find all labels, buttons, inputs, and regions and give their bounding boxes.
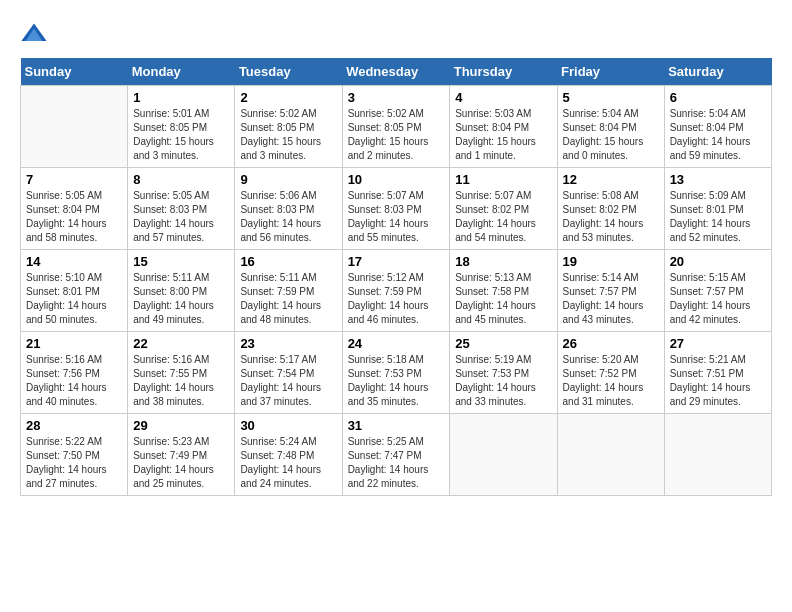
day-info: Sunrise: 5:03 AM Sunset: 8:04 PM Dayligh… — [455, 107, 551, 163]
day-number: 21 — [26, 336, 122, 351]
calendar-cell: 20Sunrise: 5:15 AM Sunset: 7:57 PM Dayli… — [664, 250, 771, 332]
day-info: Sunrise: 5:15 AM Sunset: 7:57 PM Dayligh… — [670, 271, 766, 327]
calendar-cell — [21, 86, 128, 168]
calendar-cell: 23Sunrise: 5:17 AM Sunset: 7:54 PM Dayli… — [235, 332, 342, 414]
calendar-cell: 2Sunrise: 5:02 AM Sunset: 8:05 PM Daylig… — [235, 86, 342, 168]
calendar-week-row: 7Sunrise: 5:05 AM Sunset: 8:04 PM Daylig… — [21, 168, 772, 250]
weekday-header-thursday: Thursday — [450, 58, 557, 86]
day-number: 4 — [455, 90, 551, 105]
day-number: 20 — [670, 254, 766, 269]
day-info: Sunrise: 5:18 AM Sunset: 7:53 PM Dayligh… — [348, 353, 445, 409]
day-info: Sunrise: 5:02 AM Sunset: 8:05 PM Dayligh… — [240, 107, 336, 163]
day-info: Sunrise: 5:19 AM Sunset: 7:53 PM Dayligh… — [455, 353, 551, 409]
day-number: 17 — [348, 254, 445, 269]
calendar-cell: 15Sunrise: 5:11 AM Sunset: 8:00 PM Dayli… — [128, 250, 235, 332]
day-info: Sunrise: 5:11 AM Sunset: 7:59 PM Dayligh… — [240, 271, 336, 327]
day-number: 1 — [133, 90, 229, 105]
calendar-cell: 19Sunrise: 5:14 AM Sunset: 7:57 PM Dayli… — [557, 250, 664, 332]
logo — [20, 20, 52, 48]
calendar-cell: 30Sunrise: 5:24 AM Sunset: 7:48 PM Dayli… — [235, 414, 342, 496]
day-number: 24 — [348, 336, 445, 351]
weekday-header-wednesday: Wednesday — [342, 58, 450, 86]
day-info: Sunrise: 5:02 AM Sunset: 8:05 PM Dayligh… — [348, 107, 445, 163]
day-info: Sunrise: 5:01 AM Sunset: 8:05 PM Dayligh… — [133, 107, 229, 163]
calendar-week-row: 1Sunrise: 5:01 AM Sunset: 8:05 PM Daylig… — [21, 86, 772, 168]
day-number: 18 — [455, 254, 551, 269]
day-info: Sunrise: 5:07 AM Sunset: 8:02 PM Dayligh… — [455, 189, 551, 245]
day-info: Sunrise: 5:16 AM Sunset: 7:55 PM Dayligh… — [133, 353, 229, 409]
day-number: 16 — [240, 254, 336, 269]
calendar-cell: 12Sunrise: 5:08 AM Sunset: 8:02 PM Dayli… — [557, 168, 664, 250]
day-info: Sunrise: 5:16 AM Sunset: 7:56 PM Dayligh… — [26, 353, 122, 409]
day-number: 29 — [133, 418, 229, 433]
calendar-cell: 24Sunrise: 5:18 AM Sunset: 7:53 PM Dayli… — [342, 332, 450, 414]
day-info: Sunrise: 5:04 AM Sunset: 8:04 PM Dayligh… — [670, 107, 766, 163]
day-info: Sunrise: 5:11 AM Sunset: 8:00 PM Dayligh… — [133, 271, 229, 327]
day-number: 10 — [348, 172, 445, 187]
calendar-cell: 9Sunrise: 5:06 AM Sunset: 8:03 PM Daylig… — [235, 168, 342, 250]
day-info: Sunrise: 5:09 AM Sunset: 8:01 PM Dayligh… — [670, 189, 766, 245]
day-info: Sunrise: 5:21 AM Sunset: 7:51 PM Dayligh… — [670, 353, 766, 409]
calendar-cell — [664, 414, 771, 496]
calendar-cell: 25Sunrise: 5:19 AM Sunset: 7:53 PM Dayli… — [450, 332, 557, 414]
day-info: Sunrise: 5:13 AM Sunset: 7:58 PM Dayligh… — [455, 271, 551, 327]
calendar-cell: 7Sunrise: 5:05 AM Sunset: 8:04 PM Daylig… — [21, 168, 128, 250]
day-info: Sunrise: 5:14 AM Sunset: 7:57 PM Dayligh… — [563, 271, 659, 327]
calendar-week-row: 28Sunrise: 5:22 AM Sunset: 7:50 PM Dayli… — [21, 414, 772, 496]
weekday-header-monday: Monday — [128, 58, 235, 86]
calendar-cell: 26Sunrise: 5:20 AM Sunset: 7:52 PM Dayli… — [557, 332, 664, 414]
calendar-cell: 3Sunrise: 5:02 AM Sunset: 8:05 PM Daylig… — [342, 86, 450, 168]
day-info: Sunrise: 5:25 AM Sunset: 7:47 PM Dayligh… — [348, 435, 445, 491]
calendar-cell: 18Sunrise: 5:13 AM Sunset: 7:58 PM Dayli… — [450, 250, 557, 332]
day-number: 6 — [670, 90, 766, 105]
day-info: Sunrise: 5:05 AM Sunset: 8:03 PM Dayligh… — [133, 189, 229, 245]
day-number: 25 — [455, 336, 551, 351]
calendar-cell: 27Sunrise: 5:21 AM Sunset: 7:51 PM Dayli… — [664, 332, 771, 414]
calendar-cell: 13Sunrise: 5:09 AM Sunset: 8:01 PM Dayli… — [664, 168, 771, 250]
calendar-cell: 4Sunrise: 5:03 AM Sunset: 8:04 PM Daylig… — [450, 86, 557, 168]
calendar-week-row: 14Sunrise: 5:10 AM Sunset: 8:01 PM Dayli… — [21, 250, 772, 332]
weekday-header-saturday: Saturday — [664, 58, 771, 86]
calendar-cell: 10Sunrise: 5:07 AM Sunset: 8:03 PM Dayli… — [342, 168, 450, 250]
day-number: 3 — [348, 90, 445, 105]
day-number: 27 — [670, 336, 766, 351]
day-info: Sunrise: 5:22 AM Sunset: 7:50 PM Dayligh… — [26, 435, 122, 491]
day-info: Sunrise: 5:24 AM Sunset: 7:48 PM Dayligh… — [240, 435, 336, 491]
day-info: Sunrise: 5:05 AM Sunset: 8:04 PM Dayligh… — [26, 189, 122, 245]
day-number: 14 — [26, 254, 122, 269]
day-number: 7 — [26, 172, 122, 187]
calendar-cell: 17Sunrise: 5:12 AM Sunset: 7:59 PM Dayli… — [342, 250, 450, 332]
day-info: Sunrise: 5:07 AM Sunset: 8:03 PM Dayligh… — [348, 189, 445, 245]
day-number: 31 — [348, 418, 445, 433]
day-number: 13 — [670, 172, 766, 187]
day-info: Sunrise: 5:23 AM Sunset: 7:49 PM Dayligh… — [133, 435, 229, 491]
calendar-table: SundayMondayTuesdayWednesdayThursdayFrid… — [20, 58, 772, 496]
day-number: 30 — [240, 418, 336, 433]
calendar-cell: 16Sunrise: 5:11 AM Sunset: 7:59 PM Dayli… — [235, 250, 342, 332]
calendar-cell: 28Sunrise: 5:22 AM Sunset: 7:50 PM Dayli… — [21, 414, 128, 496]
logo-icon — [20, 20, 48, 48]
day-info: Sunrise: 5:08 AM Sunset: 8:02 PM Dayligh… — [563, 189, 659, 245]
day-number: 8 — [133, 172, 229, 187]
day-info: Sunrise: 5:17 AM Sunset: 7:54 PM Dayligh… — [240, 353, 336, 409]
weekday-header-friday: Friday — [557, 58, 664, 86]
calendar-cell: 29Sunrise: 5:23 AM Sunset: 7:49 PM Dayli… — [128, 414, 235, 496]
calendar-cell: 5Sunrise: 5:04 AM Sunset: 8:04 PM Daylig… — [557, 86, 664, 168]
day-number: 26 — [563, 336, 659, 351]
weekday-header-sunday: Sunday — [21, 58, 128, 86]
calendar-cell: 14Sunrise: 5:10 AM Sunset: 8:01 PM Dayli… — [21, 250, 128, 332]
day-number: 9 — [240, 172, 336, 187]
weekday-header-row: SundayMondayTuesdayWednesdayThursdayFrid… — [21, 58, 772, 86]
day-info: Sunrise: 5:04 AM Sunset: 8:04 PM Dayligh… — [563, 107, 659, 163]
day-info: Sunrise: 5:10 AM Sunset: 8:01 PM Dayligh… — [26, 271, 122, 327]
calendar-cell: 8Sunrise: 5:05 AM Sunset: 8:03 PM Daylig… — [128, 168, 235, 250]
day-number: 22 — [133, 336, 229, 351]
calendar-cell: 22Sunrise: 5:16 AM Sunset: 7:55 PM Dayli… — [128, 332, 235, 414]
calendar-cell: 21Sunrise: 5:16 AM Sunset: 7:56 PM Dayli… — [21, 332, 128, 414]
calendar-cell — [450, 414, 557, 496]
page-header — [20, 20, 772, 48]
calendar-cell: 31Sunrise: 5:25 AM Sunset: 7:47 PM Dayli… — [342, 414, 450, 496]
day-number: 12 — [563, 172, 659, 187]
day-info: Sunrise: 5:06 AM Sunset: 8:03 PM Dayligh… — [240, 189, 336, 245]
day-number: 5 — [563, 90, 659, 105]
